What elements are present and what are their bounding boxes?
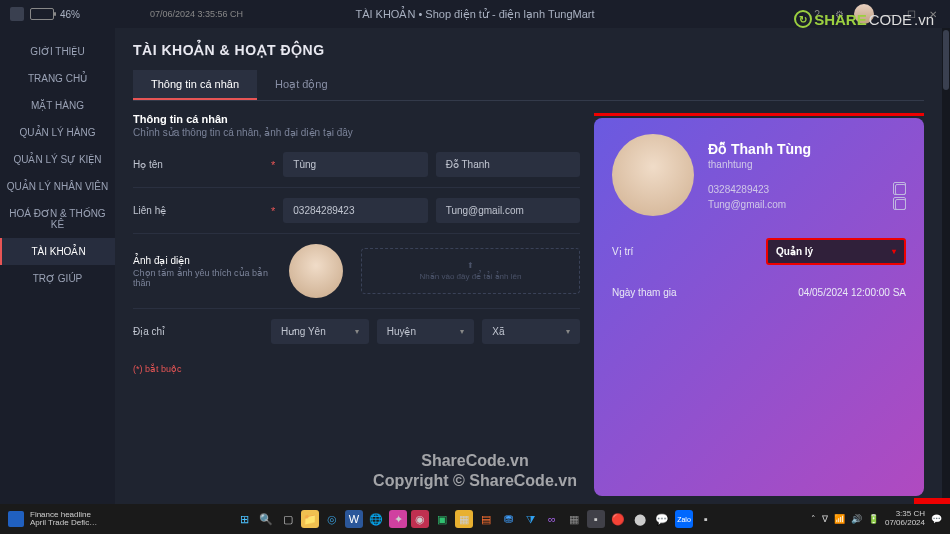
app-icon[interactable]: ▦ [455, 510, 473, 528]
tabs: Thông tin cá nhân Hoạt động [133, 70, 924, 101]
browser-icon[interactable]: 🌐 [367, 510, 385, 528]
avatar-hint: Chọn tấm ảnh yêu thích của bản thân [133, 268, 271, 288]
section-subtitle: Chỉnh sửa thông tin cá nhân, ảnh đại diệ… [133, 127, 580, 138]
sidebar-item-inventory[interactable]: QUẢN LÝ HÀNG [0, 119, 115, 146]
zalo-icon[interactable]: Zalo [675, 510, 693, 528]
search-icon[interactable]: 🔍 [257, 510, 275, 528]
scrollbar[interactable] [942, 28, 950, 504]
tab-personal[interactable]: Thông tin cá nhân [133, 70, 257, 100]
tray-volume-icon[interactable]: 🔊 [851, 514, 862, 524]
profile-username: thanhtung [708, 159, 906, 170]
app-icon[interactable]: ▤ [477, 510, 495, 528]
district-select[interactable]: Huyện▾ [377, 319, 475, 344]
chat-icon[interactable]: 💬 [653, 510, 671, 528]
sidebar-item-help[interactable]: TRỢ GIÚP [0, 265, 115, 292]
edge-icon[interactable]: ◎ [323, 510, 341, 528]
sidebar-item-events[interactable]: QUẢN LÝ SỰ KIỆN [0, 146, 115, 173]
chrome-icon[interactable]: 🔴 [609, 510, 627, 528]
vscode-icon[interactable]: ⧩ [521, 510, 539, 528]
label-position: Vị trí [612, 246, 633, 257]
vs-icon[interactable]: ∞ [543, 510, 561, 528]
chevron-down-icon: ▾ [355, 327, 359, 336]
app-icon[interactable]: ⛃ [499, 510, 517, 528]
app-icon[interactable]: ▦ [565, 510, 583, 528]
taskbar[interactable]: Finance headline April Trade Defic… ⊞ 🔍 … [0, 504, 950, 534]
required-marker: * [271, 159, 275, 171]
taskbar-clock[interactable]: 3:35 CH 07/06/2024 [885, 510, 925, 528]
last-name-input[interactable]: Đỗ Thanh [436, 152, 580, 177]
copy-icon[interactable] [895, 184, 906, 195]
app-icon[interactable]: ▣ [433, 510, 451, 528]
app-icon[interactable]: ◉ [411, 510, 429, 528]
start-icon[interactable]: ⊞ [235, 510, 253, 528]
profile-phone: 03284289423 [708, 184, 769, 195]
upload-icon: ⬆ [467, 261, 474, 270]
tray-wifi-icon[interactable]: 📶 [834, 514, 845, 524]
profile-name: Đỗ Thanh Tùng [708, 141, 906, 157]
copy-icon[interactable] [895, 199, 906, 210]
news-sub: April Trade Defic… [30, 519, 97, 527]
required-marker: * [271, 205, 275, 217]
tray-language-icon[interactable]: ∇ [822, 514, 828, 524]
label-address: Địa chỉ [133, 326, 263, 337]
role-select[interactable]: Quản lý▾ [766, 238, 906, 265]
tray-chevron-icon[interactable]: ˄ [811, 514, 816, 524]
chevron-down-icon: ▾ [460, 327, 464, 336]
app-icon[interactable]: ▪ [587, 510, 605, 528]
app-logo-icon [10, 7, 24, 21]
sidebar: GIỚI THIỆU TRANG CHỦ MẶT HÀNG QUẢN LÝ HÀ… [0, 28, 115, 504]
chevron-down-icon: ▾ [566, 327, 570, 336]
profile-card: Đỗ Thanh Tùng thanhtung 03284289423 Tung… [594, 118, 924, 496]
first-name-input[interactable]: Tùng [283, 152, 427, 177]
battery-icon [30, 8, 54, 20]
upload-dropzone[interactable]: ⬆ Nhấn vào đây để tải ảnh lên [361, 248, 580, 294]
tray-battery-icon[interactable]: 🔋 [868, 514, 879, 524]
tab-activity[interactable]: Hoạt động [257, 70, 346, 100]
github-icon[interactable]: ⬤ [631, 510, 649, 528]
window-title: TÀI KHOẢN • Shop điện tử - điện lạnh Tun… [355, 8, 594, 21]
sidebar-item-home[interactable]: TRANG CHỦ [0, 65, 115, 92]
taskview-icon[interactable]: ▢ [279, 510, 297, 528]
ward-select[interactable]: Xã▾ [482, 319, 580, 344]
explorer-icon[interactable]: 📁 [301, 510, 319, 528]
sidebar-item-intro[interactable]: GIỚI THIỆU [0, 38, 115, 65]
section-title: Thông tin cá nhân [133, 113, 580, 125]
sidebar-item-account[interactable]: TÀI KHOẢN [0, 238, 115, 265]
page-title: TÀI KHOẢN & HOẠT ĐỘNG [133, 42, 924, 58]
highlight-bar [594, 113, 924, 116]
profile-email: Tung@gmail.com [708, 199, 786, 210]
app-icon[interactable]: ✦ [389, 510, 407, 528]
sidebar-item-invoices[interactable]: HOÁ ĐƠN & THỐNG KÊ [0, 200, 115, 238]
email-input[interactable]: Tung@gmail.com [436, 198, 580, 223]
news-icon[interactable] [8, 511, 24, 527]
avatar-preview [289, 244, 343, 298]
required-note: (*) bắt buộc [133, 364, 580, 374]
app-icon[interactable]: ▪ [697, 510, 715, 528]
label-avatar: Ảnh đại diện [133, 255, 271, 266]
personal-info-form: Thông tin cá nhân Chỉnh sửa thông tin cá… [133, 113, 580, 496]
sidebar-item-products[interactable]: MẶT HÀNG [0, 92, 115, 119]
chevron-down-icon: ▾ [892, 247, 896, 256]
titlebar-timestamp: 07/06/2024 3:35:56 CH [150, 9, 243, 19]
profile-avatar [612, 134, 694, 216]
notification-icon[interactable]: 💬 [931, 514, 942, 524]
province-select[interactable]: Hưng Yên▾ [271, 319, 369, 344]
label-name: Họ tên [133, 159, 263, 170]
label-contact: Liên hệ [133, 205, 263, 216]
watermark-logo: ↻ SHARECODE.vn [794, 10, 934, 28]
phone-input[interactable]: 03284289423 [283, 198, 427, 223]
label-joined: Ngày tham gia [612, 287, 676, 298]
joined-date: 04/05/2024 12:00:00 SA [798, 287, 906, 298]
word-icon[interactable]: W [345, 510, 363, 528]
sidebar-item-staff[interactable]: QUẢN LÝ NHÂN VIÊN [0, 173, 115, 200]
battery-percent: 46% [60, 9, 80, 20]
